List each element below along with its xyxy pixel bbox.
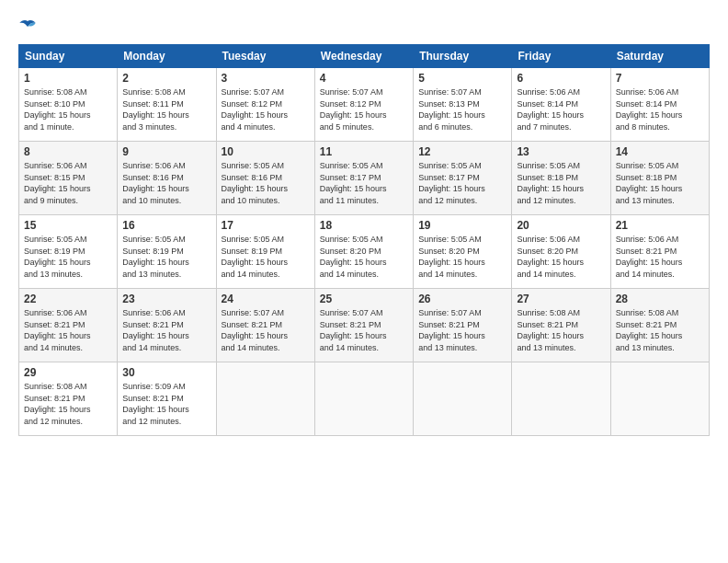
calendar-cell: 24Sunrise: 5:07 AMSunset: 8:21 PMDayligh… [216, 289, 314, 362]
day-info: Sunrise: 5:06 AMSunset: 8:20 PMDaylight:… [517, 234, 605, 280]
day-info: Sunrise: 5:07 AMSunset: 8:12 PMDaylight:… [320, 86, 408, 132]
calendar-cell: 12Sunrise: 5:05 AMSunset: 8:17 PMDayligh… [414, 142, 512, 215]
day-info: Sunrise: 5:08 AMSunset: 8:11 PMDaylight:… [122, 86, 210, 132]
col-sunday: Sunday [19, 45, 118, 68]
calendar-cell: 25Sunrise: 5:07 AMSunset: 8:21 PMDayligh… [314, 289, 413, 362]
day-info: Sunrise: 5:07 AMSunset: 8:21 PMDaylight:… [418, 307, 506, 353]
col-thursday: Thursday [414, 45, 512, 68]
day-info: Sunrise: 5:08 AMSunset: 8:21 PMDaylight:… [24, 381, 112, 427]
day-info: Sunrise: 5:05 AMSunset: 8:17 PMDaylight:… [418, 160, 506, 206]
calendar-week-2: 15Sunrise: 5:05 AMSunset: 8:19 PMDayligh… [19, 215, 710, 289]
calendar-cell: 17Sunrise: 5:05 AMSunset: 8:19 PMDayligh… [216, 215, 314, 289]
calendar-cell: 2Sunrise: 5:08 AMSunset: 8:11 PMDaylight… [118, 68, 216, 142]
day-number: 17 [222, 219, 310, 232]
calendar-cell: 20Sunrise: 5:06 AMSunset: 8:20 PMDayligh… [512, 215, 610, 289]
day-info: Sunrise: 5:05 AMSunset: 8:17 PMDaylight:… [320, 160, 408, 206]
col-saturday: Saturday [610, 45, 709, 68]
calendar-cell: 14Sunrise: 5:05 AMSunset: 8:18 PMDayligh… [610, 142, 709, 215]
calendar-week-0: 1Sunrise: 5:08 AMSunset: 8:10 PMDaylight… [19, 68, 710, 142]
day-number: 3 [222, 72, 310, 85]
col-wednesday: Wednesday [314, 45, 413, 68]
day-info: Sunrise: 5:07 AMSunset: 8:13 PMDaylight:… [418, 86, 506, 132]
day-number: 5 [418, 72, 506, 85]
calendar-week-3: 22Sunrise: 5:06 AMSunset: 8:21 PMDayligh… [19, 289, 710, 362]
day-info: Sunrise: 5:08 AMSunset: 8:21 PMDaylight:… [517, 307, 605, 353]
day-number: 29 [24, 366, 112, 379]
day-number: 15 [24, 219, 112, 232]
calendar-cell [414, 362, 512, 436]
day-number: 8 [24, 145, 112, 158]
day-number: 11 [320, 145, 408, 158]
day-number: 22 [24, 293, 112, 305]
day-info: Sunrise: 5:06 AMSunset: 8:14 PMDaylight:… [616, 86, 704, 132]
day-info: Sunrise: 5:07 AMSunset: 8:21 PMDaylight:… [320, 307, 408, 353]
day-info: Sunrise: 5:06 AMSunset: 8:14 PMDaylight:… [517, 86, 605, 132]
calendar-cell: 13Sunrise: 5:05 AMSunset: 8:18 PMDayligh… [512, 142, 610, 215]
day-number: 25 [320, 293, 408, 305]
day-number: 16 [122, 219, 210, 232]
day-info: Sunrise: 5:05 AMSunset: 8:19 PMDaylight:… [222, 234, 310, 280]
col-tuesday: Tuesday [216, 45, 314, 68]
page: Sunday Monday Tuesday Wednesday Thursday… [0, 0, 728, 563]
calendar-cell: 28Sunrise: 5:08 AMSunset: 8:21 PMDayligh… [610, 289, 709, 362]
calendar-cell: 3Sunrise: 5:07 AMSunset: 8:12 PMDaylight… [216, 68, 314, 142]
day-number: 28 [616, 293, 704, 305]
calendar-cell: 1Sunrise: 5:08 AMSunset: 8:10 PMDaylight… [19, 68, 118, 142]
calendar-cell: 23Sunrise: 5:06 AMSunset: 8:21 PMDayligh… [118, 289, 216, 362]
calendar-cell: 16Sunrise: 5:05 AMSunset: 8:19 PMDayligh… [118, 215, 216, 289]
header [18, 17, 710, 35]
day-info: Sunrise: 5:05 AMSunset: 8:20 PMDaylight:… [320, 234, 408, 280]
logo [18, 17, 39, 35]
calendar-cell: 4Sunrise: 5:07 AMSunset: 8:12 PMDaylight… [314, 68, 413, 142]
day-info: Sunrise: 5:06 AMSunset: 8:21 PMDaylight:… [24, 307, 112, 353]
day-info: Sunrise: 5:07 AMSunset: 8:12 PMDaylight:… [222, 86, 310, 132]
calendar-cell: 11Sunrise: 5:05 AMSunset: 8:17 PMDayligh… [314, 142, 413, 215]
calendar-cell: 21Sunrise: 5:06 AMSunset: 8:21 PMDayligh… [610, 215, 709, 289]
day-info: Sunrise: 5:07 AMSunset: 8:21 PMDaylight:… [222, 307, 310, 353]
day-info: Sunrise: 5:05 AMSunset: 8:19 PMDaylight:… [24, 234, 112, 280]
day-info: Sunrise: 5:06 AMSunset: 8:21 PMDaylight:… [616, 234, 704, 280]
logo-icon [18, 17, 37, 35]
calendar-cell [314, 362, 413, 436]
calendar-cell: 26Sunrise: 5:07 AMSunset: 8:21 PMDayligh… [414, 289, 512, 362]
calendar-cell: 5Sunrise: 5:07 AMSunset: 8:13 PMDaylight… [414, 68, 512, 142]
day-number: 23 [122, 293, 210, 305]
day-info: Sunrise: 5:09 AMSunset: 8:21 PMDaylight:… [122, 381, 210, 427]
day-number: 9 [122, 145, 210, 158]
calendar-cell: 8Sunrise: 5:06 AMSunset: 8:15 PMDaylight… [19, 142, 118, 215]
calendar-cell: 18Sunrise: 5:05 AMSunset: 8:20 PMDayligh… [314, 215, 413, 289]
day-info: Sunrise: 5:06 AMSunset: 8:21 PMDaylight:… [122, 307, 210, 353]
calendar: Sunday Monday Tuesday Wednesday Thursday… [18, 44, 710, 436]
calendar-header-row: Sunday Monday Tuesday Wednesday Thursday… [19, 45, 710, 68]
day-number: 4 [320, 72, 408, 85]
day-info: Sunrise: 5:06 AMSunset: 8:15 PMDaylight:… [24, 160, 112, 206]
calendar-cell: 15Sunrise: 5:05 AMSunset: 8:19 PMDayligh… [19, 215, 118, 289]
day-number: 6 [517, 72, 605, 85]
day-info: Sunrise: 5:06 AMSunset: 8:16 PMDaylight:… [122, 160, 210, 206]
day-number: 30 [122, 366, 210, 379]
calendar-week-4: 29Sunrise: 5:08 AMSunset: 8:21 PMDayligh… [19, 362, 710, 436]
col-friday: Friday [512, 45, 610, 68]
calendar-cell: 7Sunrise: 5:06 AMSunset: 8:14 PMDaylight… [610, 68, 709, 142]
calendar-cell: 22Sunrise: 5:06 AMSunset: 8:21 PMDayligh… [19, 289, 118, 362]
col-monday: Monday [118, 45, 216, 68]
day-number: 27 [517, 293, 605, 305]
day-number: 1 [24, 72, 112, 85]
day-info: Sunrise: 5:05 AMSunset: 8:18 PMDaylight:… [616, 160, 704, 206]
day-number: 2 [122, 72, 210, 85]
calendar-cell: 9Sunrise: 5:06 AMSunset: 8:16 PMDaylight… [118, 142, 216, 215]
calendar-cell [610, 362, 709, 436]
calendar-week-1: 8Sunrise: 5:06 AMSunset: 8:15 PMDaylight… [19, 142, 710, 215]
day-info: Sunrise: 5:08 AMSunset: 8:10 PMDaylight:… [24, 86, 112, 132]
day-number: 19 [418, 219, 506, 232]
day-number: 24 [222, 293, 310, 305]
day-number: 12 [418, 145, 506, 158]
calendar-cell [216, 362, 314, 436]
calendar-cell: 19Sunrise: 5:05 AMSunset: 8:20 PMDayligh… [414, 215, 512, 289]
day-number: 13 [517, 145, 605, 158]
calendar-cell: 10Sunrise: 5:05 AMSunset: 8:16 PMDayligh… [216, 142, 314, 215]
day-info: Sunrise: 5:05 AMSunset: 8:20 PMDaylight:… [418, 234, 506, 280]
calendar-cell [512, 362, 610, 436]
day-number: 7 [616, 72, 704, 85]
calendar-cell: 29Sunrise: 5:08 AMSunset: 8:21 PMDayligh… [19, 362, 118, 436]
